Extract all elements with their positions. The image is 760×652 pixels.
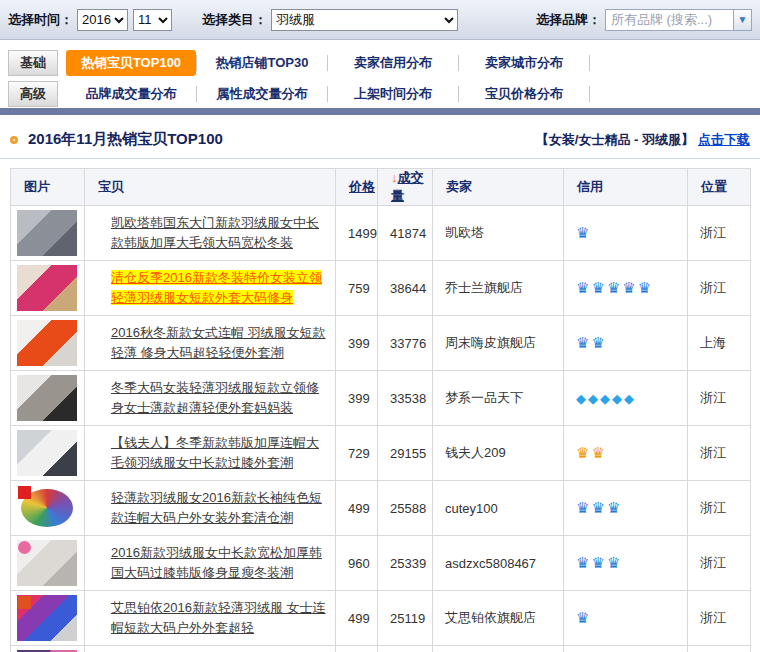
thumbnail-badge-icon	[18, 541, 31, 554]
time-filter-label: 选择时间：	[8, 11, 73, 29]
product-image-cell	[11, 481, 85, 536]
table-row: 清仓反季2016新款冬装特价女装立领轻薄羽绒服女短款外套大码修身75938644…	[11, 261, 751, 316]
credit-cell: ♛♛	[564, 316, 688, 371]
price-cell: 729	[336, 426, 378, 481]
product-thumbnail[interactable]	[17, 210, 77, 256]
category-breadcrumb: 【女装/女士精品 - 羽绒服】	[536, 131, 694, 149]
credit-cell: ♛♛♛	[564, 481, 688, 536]
seller-cell: cutey100	[433, 481, 564, 536]
volume-cell: 25588	[378, 481, 433, 536]
tab-group-advanced-label[interactable]: 高级	[8, 81, 58, 107]
column-header-成交量[interactable]: ↓成交量	[378, 169, 433, 206]
location-cell: 浙江	[688, 481, 751, 536]
product-thumbnail[interactable]	[17, 485, 77, 531]
product-title-link[interactable]: 2016秋冬新款女式连帽 羽绒服女短款轻薄 修身大码超轻轻便外套潮	[111, 325, 326, 360]
price-cell: 399	[336, 371, 378, 426]
product-image-cell	[11, 261, 85, 316]
product-thumbnail[interactable]	[17, 595, 77, 641]
tab-separator	[589, 55, 590, 71]
location-cell: 浙江	[688, 371, 751, 426]
seller-cell: 周末嗨皮旗舰店	[433, 316, 564, 371]
volume-cell: 41874	[378, 206, 433, 261]
product-title-cell: 【钱夫人】冬季新款韩版加厚连帽大毛领羽绒服女中长款过膝外套潮	[85, 426, 336, 481]
tab-热销店铺TOP30[interactable]: 热销店铺TOP30	[197, 50, 327, 76]
year-select[interactable]: 2016	[77, 9, 128, 31]
section-divider-bar	[0, 108, 760, 115]
table-row: 茄田2016新款韩版修身轻薄反季清仓羽绒服女短款连♛♛	[11, 646, 751, 652]
chevron-down-icon: ▼	[738, 14, 748, 25]
product-thumbnail[interactable]	[17, 320, 77, 366]
column-header-宝贝: 宝贝	[85, 169, 336, 206]
volume-cell: 25119	[378, 591, 433, 646]
volume-cell: 38644	[378, 261, 433, 316]
tab-上架时间分布[interactable]: 上架时间分布	[328, 81, 458, 107]
category-select[interactable]: 羽绒服	[271, 9, 458, 31]
product-image-cell	[11, 371, 85, 426]
diamond-icon-diamond: ◆◆◆◆◆	[576, 391, 636, 406]
tab-属性成交量分布[interactable]: 属性成交量分布	[197, 81, 327, 107]
table-header-row: 图片宝贝价格↓成交量卖家信用位置	[11, 169, 751, 206]
volume-cell: 33776	[378, 316, 433, 371]
location-cell	[688, 646, 751, 652]
seller-cell: 艾思铂依旗舰店	[433, 591, 564, 646]
price-cell: 759	[336, 261, 378, 316]
product-title-link[interactable]: 艾思铂依2016新款轻薄羽绒服 女士连帽短款大码户外外套超轻	[111, 600, 326, 635]
brand-filter-label: 选择品牌：	[536, 11, 601, 29]
download-link[interactable]: 点击下载	[698, 131, 750, 149]
advanced-tab-row: 高级 品牌成交量分布属性成交量分布上架时间分布宝贝价格分布	[8, 81, 760, 107]
volume-cell	[378, 646, 433, 652]
page-title: 2016年11月热销宝贝TOP100	[28, 130, 223, 149]
brand-search-input[interactable]	[605, 9, 733, 31]
tab-group-basic-label[interactable]: 基础	[8, 50, 58, 76]
crown-icon-blue-crown: ♛♛♛♛♛	[576, 279, 653, 296]
tab-卖家信用分布[interactable]: 卖家信用分布	[328, 50, 458, 76]
credit-cell: ♛♛	[564, 646, 688, 652]
table-row: 冬季大码女装轻薄羽绒服短款立领修身女士薄款超薄轻便外套妈妈装39933538梦系…	[11, 371, 751, 426]
product-title-cell: 2016秋冬新款女式连帽 羽绒服女短款轻薄 修身大码超轻轻便外套潮	[85, 316, 336, 371]
column-header-卖家: 卖家	[433, 169, 564, 206]
table-row: 【钱夫人】冬季新款韩版加厚连帽大毛领羽绒服女中长款过膝外套潮72929155钱夫…	[11, 426, 751, 481]
product-title-cell: 凯欧塔韩国东大门新款羽绒服女中长款韩版加厚大毛领大码宽松冬装	[85, 206, 336, 261]
product-image-cell	[11, 646, 85, 652]
seller-cell: asdzxc5808467	[433, 536, 564, 591]
category-filter-label: 选择类目：	[202, 11, 267, 29]
price-cell: 960	[336, 536, 378, 591]
product-title-link[interactable]: 2016新款羽绒服女中长款宽松加厚韩国大码过膝韩版修身显瘦冬装潮	[111, 545, 322, 580]
product-title-link[interactable]: 冬季大码女装轻薄羽绒服短款立领修身女士薄款超薄轻便外套妈妈装	[111, 380, 319, 415]
product-thumbnail[interactable]	[17, 540, 77, 586]
column-header-位置: 位置	[688, 169, 751, 206]
tab-热销宝贝TOP100[interactable]: 热销宝贝TOP100	[66, 50, 196, 76]
location-cell: 上海	[688, 316, 751, 371]
tab-separator	[589, 86, 590, 102]
product-title-link[interactable]: 清仓反季2016新款冬装特价女装立领轻薄羽绒服女短款外套大码修身	[111, 270, 322, 305]
product-thumbnail[interactable]	[17, 430, 77, 476]
column-header-价格[interactable]: 价格	[336, 169, 378, 206]
product-title-cell: 轻薄款羽绒服女2016新款长袖纯色短款连帽大码户外女装外套清仓潮	[85, 481, 336, 536]
product-thumbnail[interactable]	[17, 265, 77, 311]
location-cell: 浙江	[688, 261, 751, 316]
table-row: 轻薄款羽绒服女2016新款长袖纯色短款连帽大码户外女装外套清仓潮49925588…	[11, 481, 751, 536]
table-row: 凯欧塔韩国东大门新款羽绒服女中长款韩版加厚大毛领大码宽松冬装149941874凯…	[11, 206, 751, 261]
tab-宝贝价格分布[interactable]: 宝贝价格分布	[459, 81, 589, 107]
product-title-cell: 清仓反季2016新款冬装特价女装立领轻薄羽绒服女短款外套大码修身	[85, 261, 336, 316]
credit-cell: ♛♛	[564, 426, 688, 481]
top100-table: 图片宝贝价格↓成交量卖家信用位置 凯欧塔韩国东大门新款羽绒服女中长款韩版加厚大毛…	[10, 168, 751, 652]
product-title-link[interactable]: 【钱夫人】冬季新款韩版加厚连帽大毛领羽绒服女中长款过膝外套潮	[111, 435, 319, 470]
price-cell: 499	[336, 591, 378, 646]
product-title-link[interactable]: 轻薄款羽绒服女2016新款长袖纯色短款连帽大码户外女装外套清仓潮	[111, 490, 322, 525]
crown-icon-blue-crown: ♛	[576, 224, 591, 241]
sort-link-价格[interactable]: 价格	[349, 179, 375, 194]
seller-cell: 乔士兰旗舰店	[433, 261, 564, 316]
brand-dropdown-button[interactable]: ▼	[733, 9, 752, 31]
seller-cell: 凯欧塔	[433, 206, 564, 261]
tab-卖家城市分布[interactable]: 卖家城市分布	[459, 50, 589, 76]
product-title-link[interactable]: 凯欧塔韩国东大门新款羽绒服女中长款韩版加厚大毛领大码宽松冬装	[111, 215, 319, 250]
credit-cell: ♛	[564, 591, 688, 646]
basic-tab-row: 基础 热销宝贝TOP100热销店铺TOP30卖家信用分布卖家城市分布	[8, 50, 760, 76]
product-image-cell	[11, 591, 85, 646]
table-row: 艾思铂依2016新款轻薄羽绒服 女士连帽短款大码户外外套超轻49925119艾思…	[11, 591, 751, 646]
thumbnail-badge-icon	[18, 486, 31, 499]
month-select[interactable]: 11	[133, 9, 172, 31]
product-thumbnail[interactable]	[17, 375, 77, 421]
tab-品牌成交量分布[interactable]: 品牌成交量分布	[66, 81, 196, 107]
